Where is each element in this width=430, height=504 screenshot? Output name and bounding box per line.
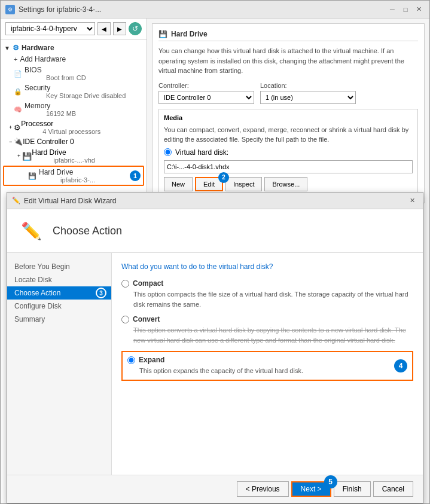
nav-item-configure-disk[interactable]: Configure Disk bbox=[7, 300, 111, 313]
processor-icon: ⚙ bbox=[14, 123, 21, 132]
controller-location-row: Controller: IDE Controller 0 Location: 1… bbox=[158, 82, 418, 104]
hard-drive-2-item[interactable]: 💾 Hard Drive ipfabric-3-... 1 bbox=[4, 167, 143, 185]
hard-drive-settings: 💾 Hard Drive You can change how this vir… bbox=[152, 23, 425, 203]
forward-button[interactable]: ▶ bbox=[113, 22, 126, 35]
title-bar-left: ⚙ Settings for ipfabric-3-4-... bbox=[5, 5, 101, 14]
maximize-button[interactable]: □ bbox=[399, 4, 411, 15]
step-1-badge: 1 bbox=[130, 170, 141, 181]
hard-drive-2-highlighted: 💾 Hard Drive ipfabric-3-... 1 bbox=[3, 166, 144, 186]
wizard-title-text: Edit Virtual Hard Disk Wizard bbox=[24, 197, 117, 205]
processor-expand-icon: + bbox=[9, 124, 12, 130]
expand-option: Expand This option expands the capacity … bbox=[121, 351, 413, 381]
close-button[interactable]: ✕ bbox=[413, 4, 425, 15]
hardware-icon: ⚙ bbox=[13, 44, 19, 52]
step-2-badge: 2 bbox=[218, 172, 229, 183]
title-bar: ⚙ Settings for ipfabric-3-4-... ─ □ ✕ bbox=[1, 1, 429, 19]
browse-button[interactable]: Browse... bbox=[264, 177, 307, 191]
expand-label[interactable]: Expand bbox=[127, 356, 407, 364]
controller-label: Controller: bbox=[158, 82, 254, 89]
convert-description: This option converts a virtual hard disk… bbox=[121, 325, 413, 345]
hdd1-icon: 💾 bbox=[22, 152, 32, 161]
minimize-button[interactable]: ─ bbox=[386, 4, 398, 15]
hardware-label: Hardware bbox=[22, 44, 54, 52]
security-icon: 🔒 bbox=[14, 88, 22, 96]
wizard-title-icon: ✏️ bbox=[12, 197, 20, 204]
hardware-section-header[interactable]: ▼ ⚙ Hardware bbox=[1, 42, 147, 54]
media-title: Media bbox=[164, 114, 413, 121]
compact-option: Compact This option compacts the file si… bbox=[121, 279, 413, 309]
nav-item-summary[interactable]: Summary bbox=[7, 313, 111, 326]
wizard-overlay: ✏️ Edit Virtual Hard Disk Wizard ✕ ✏️ Ch… bbox=[7, 192, 423, 503]
add-hardware-icon: + bbox=[14, 56, 17, 63]
compact-radio[interactable] bbox=[121, 280, 129, 288]
nav-item-locate-disk[interactable]: Locate Disk bbox=[7, 273, 111, 286]
vhd-path-row bbox=[164, 160, 413, 173]
security-item[interactable]: 🔒 Security Key Storage Drive disabled bbox=[1, 83, 147, 100]
main-window: ⚙ Settings for ipfabric-3-4-... ─ □ ✕ ip… bbox=[0, 0, 430, 504]
processor-group[interactable]: + ⚙ Processor 4 Virtual processors bbox=[1, 118, 147, 136]
controller-group: Controller: IDE Controller 0 bbox=[158, 82, 254, 104]
vhd-radio[interactable] bbox=[164, 148, 172, 156]
convert-option: Convert This option converts a virtual h… bbox=[121, 315, 413, 345]
wizard-title-bar: ✏️ Edit Virtual Hard Disk Wizard ✕ bbox=[7, 193, 423, 209]
nav-item-choose-action[interactable]: Choose Action 3 bbox=[7, 286, 111, 300]
hard-drive-1-group[interactable]: + 💾 Hard Drive ipfabric-...-vhd bbox=[1, 147, 147, 165]
refresh-button[interactable]: ↺ bbox=[129, 22, 142, 35]
compact-label[interactable]: Compact bbox=[121, 279, 413, 288]
cancel-button[interactable]: Cancel bbox=[373, 481, 413, 497]
step-4-badge: 4 bbox=[394, 359, 407, 372]
ide-icon: 🔌 bbox=[14, 138, 23, 146]
vhd-radio-label: Virtual hard disk: bbox=[175, 148, 228, 157]
vhd-radio-row: Virtual hard disk: bbox=[164, 148, 413, 157]
controller-select[interactable]: IDE Controller 0 bbox=[158, 91, 254, 104]
wizard-nav: Before You Begin Locate Disk Choose Acti… bbox=[7, 253, 112, 475]
wizard-header-icon: ✏️ bbox=[17, 216, 45, 245]
hard-drive-title-icon: 💾 bbox=[158, 30, 167, 38]
location-label: Location: bbox=[260, 82, 356, 89]
expand-description: This option expands the capacity of the … bbox=[127, 366, 407, 376]
panel-title: 💾 Hard Drive bbox=[158, 30, 418, 41]
memory-item[interactable]: 🧠 Memory 16192 MB bbox=[1, 100, 147, 118]
location-select[interactable]: 1 (in use) bbox=[260, 91, 356, 104]
wizard-header: ✏️ Choose Action bbox=[7, 209, 423, 253]
action-buttons: New Edit 2 Inspect Browse... bbox=[164, 177, 413, 191]
convert-label[interactable]: Convert bbox=[121, 315, 413, 323]
expand-radio[interactable] bbox=[127, 356, 135, 364]
window-controls: ─ □ ✕ bbox=[386, 4, 425, 15]
wizard-footer: < Previous Next > 5 Finish Cancel bbox=[7, 475, 423, 503]
wizard-body: Before You Begin Locate Disk Choose Acti… bbox=[7, 253, 423, 475]
window-title: Settings for ipfabric-3-4-... bbox=[19, 5, 101, 14]
hd1-expand-icon: + bbox=[17, 153, 20, 159]
media-description: You can compact, convert, expand, merge,… bbox=[164, 125, 413, 145]
step-5-badge: 5 bbox=[324, 475, 337, 488]
inspect-button[interactable]: Inspect bbox=[225, 177, 262, 191]
ide-controller-group[interactable]: − 🔌 IDE Controller 0 bbox=[1, 136, 147, 147]
add-hardware-item[interactable]: + Add Hardware bbox=[1, 54, 147, 65]
question-link: virtual hard disk bbox=[219, 262, 269, 271]
media-section: Media You can compact, convert, expand, … bbox=[158, 109, 418, 197]
next-button-wrapper: Next > 5 bbox=[291, 481, 331, 497]
compact-description: This option compacts the file size of a … bbox=[121, 289, 413, 309]
bios-icon: 📄 bbox=[14, 70, 22, 78]
hdd2-icon: 💾 bbox=[28, 172, 36, 180]
previous-button[interactable]: < Previous bbox=[237, 481, 289, 497]
wizard-content: What do you want to do to the virtual ha… bbox=[112, 253, 423, 475]
edit-button-wrapper: Edit 2 bbox=[195, 177, 223, 191]
finish-button[interactable]: Finish bbox=[334, 481, 371, 497]
nav-item-before-you-begin[interactable]: Before You Begin bbox=[7, 260, 111, 273]
memory-icon: 🧠 bbox=[14, 106, 22, 114]
settings-icon: ⚙ bbox=[5, 5, 15, 14]
vhd-path-input[interactable] bbox=[164, 160, 413, 173]
bios-item[interactable]: 📄 BIOS Boot from CD bbox=[1, 65, 147, 83]
wizard-question: What do you want to do to the virtual ha… bbox=[121, 262, 413, 271]
back-button[interactable]: ◀ bbox=[97, 22, 111, 35]
wizard-close-button[interactable]: ✕ bbox=[406, 196, 418, 206]
new-button[interactable]: New bbox=[164, 177, 193, 191]
wizard-header-title: Choose Action bbox=[53, 225, 122, 237]
location-group: Location: 1 (in use) bbox=[260, 82, 356, 104]
panel-description: You can change how this virtual hard dis… bbox=[158, 46, 418, 76]
vm-dropdown[interactable]: ipfabric-3-4-0-hyperv bbox=[5, 22, 95, 35]
convert-radio[interactable] bbox=[121, 316, 129, 323]
hardware-expand-icon: ▼ bbox=[4, 45, 10, 51]
ide-expand-icon: − bbox=[9, 139, 12, 145]
